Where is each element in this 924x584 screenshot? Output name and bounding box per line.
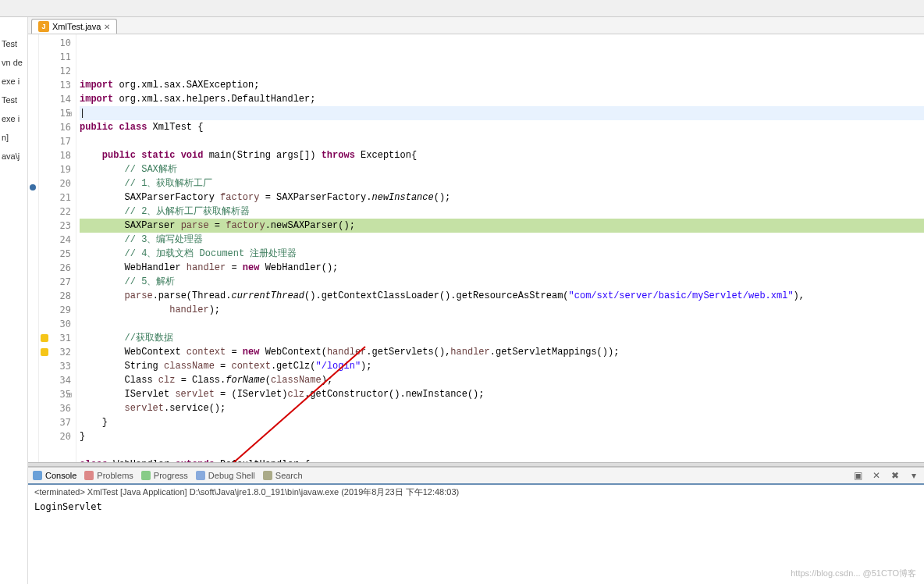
line-number: 19 bbox=[39, 162, 76, 176]
close-icon[interactable]: ✕ bbox=[871, 470, 882, 481]
sidebar-fragment: exe i bbox=[0, 114, 27, 123]
console-tab-console[interactable]: Console bbox=[33, 471, 76, 480]
console-tab-label: Problems bbox=[97, 471, 133, 480]
line-number: 15 bbox=[39, 106, 76, 120]
code-line: // 5、解析 bbox=[80, 275, 924, 289]
code-line: | bbox=[80, 106, 924, 120]
code-editor[interactable]: 1011121314151617181920212223242526272829… bbox=[28, 34, 924, 462]
code-line: parse.parse(Thread.currentThread().getCo… bbox=[80, 289, 924, 303]
line-number: 10 bbox=[39, 36, 76, 50]
console-tab-label: Search bbox=[275, 471, 303, 480]
console-view-tabs: ConsoleProblemsProgressDebug ShellSearch… bbox=[28, 468, 924, 485]
view-icon bbox=[141, 471, 151, 480]
menu-icon[interactable]: ▾ bbox=[908, 470, 919, 481]
line-number: 25 bbox=[39, 247, 76, 261]
code-line: SAXParserFactory factory = SAXParserFact… bbox=[80, 191, 924, 205]
code-line: import org.xml.sax.helpers.DefaultHandle… bbox=[80, 92, 924, 106]
code-line: // 4、加载文档 Document 注册处理器 bbox=[80, 247, 924, 261]
code-line: class WebHandler extends DefaultHandler … bbox=[80, 458, 924, 462]
code-line: // 3、编写处理器 bbox=[80, 233, 924, 247]
remove-all-terminated-icon[interactable]: ✖ bbox=[890, 470, 901, 481]
line-number: 11 bbox=[39, 50, 76, 64]
sidebar-fragment: n] bbox=[0, 133, 27, 142]
top-toolbar bbox=[0, 0, 924, 17]
sidebar-fragment: vn de bbox=[0, 58, 27, 67]
line-number-gutter: 1011121314151617181920212223242526272829… bbox=[39, 34, 76, 462]
pin-icon[interactable]: ▣ bbox=[852, 470, 863, 481]
line-number: 37 bbox=[39, 415, 76, 429]
code-line: // 1、获取解析工厂 bbox=[80, 176, 924, 191]
left-sidebar: Testvn deexe iTestexe in]ava\j bbox=[0, 17, 28, 584]
breakpoint-marker[interactable] bbox=[30, 184, 36, 191]
line-number: 24 bbox=[39, 233, 76, 247]
sidebar-fragment: Test bbox=[0, 39, 27, 48]
sidebar-fragment: ava\j bbox=[0, 151, 27, 161]
code-line: String className = context.getClz("/logi… bbox=[80, 359, 924, 373]
code-line: public class XmlTest { bbox=[80, 120, 924, 134]
sidebar-fragment: exe i bbox=[0, 77, 27, 86]
code-line: Class clz = Class.forName(className); bbox=[80, 373, 924, 387]
line-number: 26 bbox=[39, 261, 76, 275]
view-icon bbox=[33, 471, 42, 480]
editor-tab-bar: J XmlTest.java ✕ bbox=[28, 17, 924, 34]
code-line: import org.xml.sax.SAXException; bbox=[80, 78, 924, 92]
line-number: 31 bbox=[39, 331, 76, 345]
console-tab-label: Debug Shell bbox=[208, 471, 255, 480]
line-number: 23 bbox=[39, 219, 76, 233]
console-tab-search[interactable]: Search bbox=[263, 471, 303, 480]
console-tab-label: Console bbox=[45, 471, 76, 480]
console-tab-problems[interactable]: Problems bbox=[84, 471, 133, 480]
line-number: 27 bbox=[39, 275, 76, 289]
view-icon bbox=[84, 471, 94, 480]
code-line: // SAX解析 bbox=[80, 162, 924, 176]
line-number: 22 bbox=[39, 205, 76, 219]
console-output[interactable]: LoginServlet bbox=[28, 500, 924, 584]
line-number: 20 bbox=[39, 176, 76, 191]
line-number: 20 bbox=[39, 429, 76, 443]
marker-strip bbox=[28, 34, 39, 462]
line-number: 17 bbox=[39, 134, 76, 148]
line-number: 21 bbox=[39, 191, 76, 205]
console-panel: ConsoleProblemsProgressDebug ShellSearch… bbox=[28, 467, 924, 584]
line-number: 16 bbox=[39, 120, 76, 134]
view-icon bbox=[263, 471, 272, 480]
line-number: 30 bbox=[39, 317, 76, 331]
line-number: 34 bbox=[39, 373, 76, 387]
code-line bbox=[80, 317, 924, 331]
code-line bbox=[80, 443, 924, 458]
code-line bbox=[80, 134, 924, 148]
code-line: IServlet servlet = (IServlet)clz.getCons… bbox=[80, 387, 924, 401]
line-number: 12 bbox=[39, 64, 76, 78]
console-tab-debug-shell[interactable]: Debug Shell bbox=[196, 471, 255, 480]
code-line: WebContext context = new WebContext(hand… bbox=[80, 345, 924, 359]
code-line: SAXParser parse = factory.newSAXParser()… bbox=[80, 219, 924, 233]
code-line: //获取数据 bbox=[80, 331, 924, 345]
code-content[interactable]: import org.xml.sax.SAXException;import o… bbox=[76, 34, 924, 462]
console-tab-progress[interactable]: Progress bbox=[141, 471, 188, 480]
line-number: 18 bbox=[39, 148, 76, 162]
line-number: 28 bbox=[39, 289, 76, 303]
console-tab-label: Progress bbox=[154, 471, 188, 480]
console-process-header: <terminated> XmlTest [Java Application] … bbox=[28, 485, 924, 500]
code-line: WebHandler handler = new WebHandler(); bbox=[80, 261, 924, 275]
line-number: 13 bbox=[39, 78, 76, 92]
line-number: 14 bbox=[39, 92, 76, 106]
code-line: servlet.service(); bbox=[80, 401, 924, 415]
code-line: handler); bbox=[80, 303, 924, 317]
editor-tab[interactable]: J XmlTest.java ✕ bbox=[31, 19, 117, 34]
line-number: 32 bbox=[39, 345, 76, 359]
sidebar-fragment: Test bbox=[0, 95, 27, 105]
line-number: 29 bbox=[39, 303, 76, 317]
line-number: 35 bbox=[39, 387, 76, 401]
code-line: } bbox=[80, 429, 924, 443]
tab-filename: XmlTest.java bbox=[52, 22, 101, 31]
view-icon bbox=[196, 471, 205, 480]
close-icon[interactable]: ✕ bbox=[104, 23, 110, 31]
line-number: 33 bbox=[39, 359, 76, 373]
code-line: // 2、从解析工厂获取解析器 bbox=[80, 205, 924, 219]
code-line: public static void main(String args[]) t… bbox=[80, 148, 924, 162]
code-line: } bbox=[80, 415, 924, 429]
java-file-icon: J bbox=[38, 21, 49, 32]
line-number: 36 bbox=[39, 401, 76, 415]
